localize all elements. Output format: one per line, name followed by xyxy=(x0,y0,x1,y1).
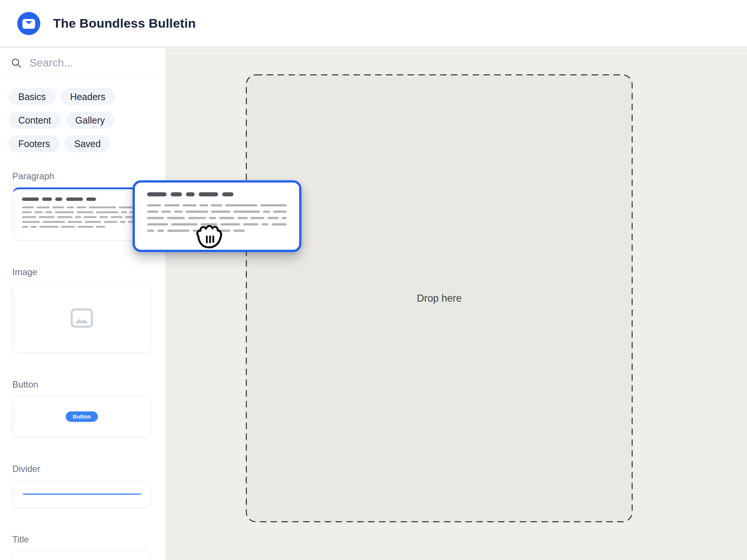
component-sidebar: BasicsHeadersContentGalleryFootersSaved … xyxy=(0,48,166,560)
dragged-paragraph-block[interactable] xyxy=(133,180,301,252)
section-image: Image xyxy=(12,267,151,353)
sample-button: Button xyxy=(66,411,98,422)
section-label-divider: Divider xyxy=(12,464,151,474)
section-label-button: Button xyxy=(12,379,151,390)
divider-line xyxy=(23,494,141,495)
filter-chip-headers[interactable]: Headers xyxy=(61,88,115,105)
filter-chip-basics[interactable]: Basics xyxy=(9,88,56,105)
section-title: Title Section title xyxy=(12,534,151,560)
image-block-card[interactable] xyxy=(12,283,151,353)
paragraph-mock-line xyxy=(22,211,141,213)
section-label-title: Title xyxy=(12,534,151,545)
paragraph-mock-line xyxy=(22,216,141,218)
search-input[interactable] xyxy=(30,57,166,69)
section-label-image: Image xyxy=(12,267,151,277)
title-block-card[interactable]: Section title xyxy=(12,551,151,560)
search-bar xyxy=(0,48,165,78)
filter-chip-footers[interactable]: Footers xyxy=(9,135,60,152)
filter-chip-saved[interactable]: Saved xyxy=(65,135,111,152)
divider-block-card[interactable] xyxy=(12,480,151,508)
button-block-card[interactable]: Button xyxy=(12,396,151,437)
paragraph-mock-line xyxy=(147,217,286,219)
paragraph-mock-line xyxy=(22,221,141,223)
paragraph-mock-line xyxy=(147,223,286,225)
image-placeholder-icon xyxy=(71,308,93,328)
search-icon xyxy=(11,58,21,68)
section-button: Button Button xyxy=(12,379,151,437)
dropzone[interactable]: Drop here xyxy=(246,74,633,522)
paragraph-mock-line xyxy=(22,226,141,228)
filter-chips: BasicsHeadersContentGalleryFootersSaved xyxy=(0,78,165,152)
page-title: The Boundless Bulletin xyxy=(53,16,196,31)
envelope-icon xyxy=(17,12,40,35)
section-label-paragraph: Paragraph xyxy=(12,171,151,181)
paragraph-mock-heading xyxy=(147,192,286,196)
editor-canvas: Drop here xyxy=(166,48,747,560)
app-header: The Boundless Bulletin xyxy=(0,0,747,47)
filter-chip-content[interactable]: Content xyxy=(9,112,61,129)
paragraph-mock-line xyxy=(22,206,141,208)
paragraph-mock-heading xyxy=(22,197,141,201)
section-paragraph: Paragraph xyxy=(12,171,151,240)
paragraph-mock-line xyxy=(147,211,286,213)
filter-chip-gallery[interactable]: Gallery xyxy=(66,112,115,129)
paragraph-mock-line xyxy=(147,230,286,232)
dropzone-label: Drop here xyxy=(417,293,462,304)
paragraph-block-card[interactable] xyxy=(12,187,151,240)
paragraph-mock-line xyxy=(147,204,286,206)
section-divider: Divider xyxy=(12,464,151,508)
